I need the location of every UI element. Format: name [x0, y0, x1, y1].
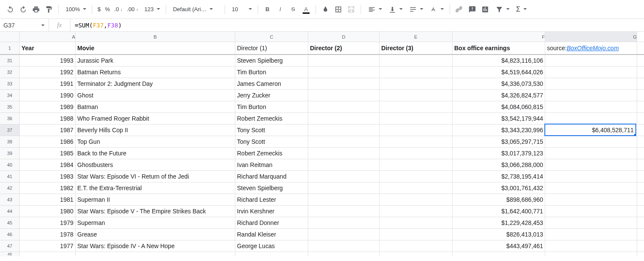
- cell-C40[interactable]: Ivan Reitman: [235, 159, 308, 170]
- cell-C44[interactable]: Irvin Kershner: [235, 206, 308, 217]
- cell-G41[interactable]: [545, 171, 637, 182]
- cell-B1[interactable]: Movie: [76, 42, 235, 54]
- cell-A35[interactable]: 1989: [20, 101, 76, 112]
- cell-F36[interactable]: $3,542,179,944: [453, 113, 545, 124]
- horizontal-align-button[interactable]: [365, 3, 384, 15]
- row-header-41[interactable]: 41: [0, 171, 20, 182]
- cell-A32[interactable]: 1992: [20, 67, 76, 78]
- row-header-38[interactable]: 38: [0, 136, 20, 147]
- cell-B41[interactable]: Star Wars: Episode VI - Return of the Je…: [76, 171, 235, 182]
- cell-A45[interactable]: 1979: [20, 217, 76, 228]
- cell-F32[interactable]: $4,519,644,026: [453, 67, 545, 78]
- cell-F38[interactable]: $3,065,297,715: [453, 136, 545, 147]
- cell-D41[interactable]: [308, 171, 380, 182]
- cell-G46[interactable]: [545, 229, 637, 240]
- cell-F44[interactable]: $1,642,400,771: [453, 206, 545, 217]
- row-header-40[interactable]: 40: [0, 159, 20, 170]
- row-header-35[interactable]: 35: [0, 101, 20, 112]
- col-header-E[interactable]: E: [380, 32, 453, 42]
- text-rotation-button[interactable]: [426, 3, 446, 15]
- cell-E46[interactable]: [380, 229, 453, 240]
- col-header-A[interactable]: A: [20, 32, 76, 42]
- cell-F31[interactable]: $4,823,116,106: [453, 55, 545, 66]
- cell-A38[interactable]: 1986: [20, 136, 76, 147]
- bold-button[interactable]: B: [261, 3, 273, 15]
- cell-B42[interactable]: E.T. the Extra-Terrestrial: [76, 182, 235, 194]
- cell-C39[interactable]: Robert Zemeckis: [235, 148, 308, 159]
- text-color-button[interactable]: A: [300, 3, 312, 15]
- row-header-1[interactable]: 1: [0, 42, 20, 54]
- cell-G44[interactable]: [545, 206, 637, 217]
- cell-A40[interactable]: 1984: [20, 159, 76, 170]
- insert-comment-button[interactable]: [466, 3, 478, 15]
- cell-F37[interactable]: $3,343,230,996: [453, 124, 545, 136]
- cell-C43[interactable]: Richard Lester: [235, 194, 308, 205]
- cell-F34[interactable]: $4,326,824,577: [453, 90, 545, 101]
- row-header-42[interactable]: 42: [0, 182, 20, 194]
- borders-button[interactable]: [332, 3, 344, 15]
- cell-B43[interactable]: Superman II: [76, 194, 235, 205]
- cell-G43[interactable]: [545, 194, 637, 205]
- cell-B37[interactable]: Beverly Hills Cop II: [76, 124, 235, 136]
- row-header-34[interactable]: 34: [0, 90, 20, 101]
- cell-F33[interactable]: $4,336,073,530: [453, 78, 545, 89]
- col-header-F[interactable]: F: [453, 32, 545, 42]
- text-wrap-button[interactable]: [406, 3, 425, 15]
- cell-B46[interactable]: Grease: [76, 229, 235, 240]
- cell-D38[interactable]: [308, 136, 380, 147]
- cell-E1[interactable]: Director (3): [380, 42, 453, 54]
- cell-B35[interactable]: Batman: [76, 101, 235, 112]
- cell-D44[interactable]: [308, 206, 380, 217]
- cell-F46[interactable]: $826,413,013: [453, 229, 545, 240]
- cell-D33[interactable]: [308, 78, 380, 89]
- row-header-32[interactable]: 32: [0, 67, 20, 78]
- cell-D37[interactable]: [308, 124, 380, 136]
- cell-F40[interactable]: $3,066,288,000: [453, 159, 545, 170]
- cell-C45[interactable]: Richard Donner: [235, 217, 308, 228]
- cell-A41[interactable]: 1983: [20, 171, 76, 182]
- row-header-39[interactable]: 39: [0, 148, 20, 159]
- col-header-C[interactable]: C: [235, 32, 308, 42]
- cell-E31[interactable]: [380, 55, 453, 66]
- number-format-combo[interactable]: 123: [141, 3, 162, 15]
- cell-A36[interactable]: 1988: [20, 113, 76, 124]
- cell-G34[interactable]: [545, 90, 637, 101]
- cell-G32[interactable]: [545, 67, 637, 78]
- cell-F45[interactable]: $1,229,428,453: [453, 217, 545, 228]
- cell-A33[interactable]: 1991: [20, 78, 76, 89]
- cell-G35[interactable]: [545, 101, 637, 112]
- cell-E47[interactable]: [380, 240, 453, 252]
- cell-E44[interactable]: [380, 206, 453, 217]
- strikethrough-button[interactable]: S: [287, 3, 299, 15]
- cell-G1[interactable]: source: BoxOfficeMojo.com: [545, 42, 637, 54]
- row-header-33[interactable]: 33: [0, 78, 20, 89]
- zoom-combo[interactable]: 100%: [62, 3, 88, 15]
- redo-button[interactable]: [17, 3, 29, 15]
- cell-E33[interactable]: [380, 78, 453, 89]
- cell-C34[interactable]: Jerry Zucker: [235, 90, 308, 101]
- cell-F35[interactable]: $4,084,060,815: [453, 101, 545, 112]
- filter-button[interactable]: [492, 3, 512, 15]
- row-header-36[interactable]: 36: [0, 113, 20, 124]
- undo-button[interactable]: [4, 3, 16, 15]
- print-button[interactable]: [30, 3, 42, 15]
- paint-format-button[interactable]: [43, 3, 55, 15]
- format-percent-button[interactable]: %: [103, 6, 112, 12]
- cell-C37[interactable]: Tony Scott: [235, 124, 308, 136]
- cell-G33[interactable]: [545, 78, 637, 89]
- cell-D43[interactable]: [308, 194, 380, 205]
- cell-C35[interactable]: Tim Burton: [235, 101, 308, 112]
- cell-B31[interactable]: Jurassic Park: [76, 55, 235, 66]
- cell-G38[interactable]: [545, 136, 637, 147]
- row-header-45[interactable]: 45: [0, 217, 20, 228]
- cell-F41[interactable]: $2,738,195,414: [453, 171, 545, 182]
- cell-B32[interactable]: Batman Returns: [76, 67, 235, 78]
- cell-E38[interactable]: [380, 136, 453, 147]
- cell-C32[interactable]: Tim Burton: [235, 67, 308, 78]
- cell-E43[interactable]: [380, 194, 453, 205]
- cell-A34[interactable]: 1990: [20, 90, 76, 101]
- fill-color-button[interactable]: [319, 3, 331, 15]
- col-header-B[interactable]: B: [76, 32, 235, 42]
- cell-C31[interactable]: Steven Spielberg: [235, 55, 308, 66]
- cell-D34[interactable]: [308, 90, 380, 101]
